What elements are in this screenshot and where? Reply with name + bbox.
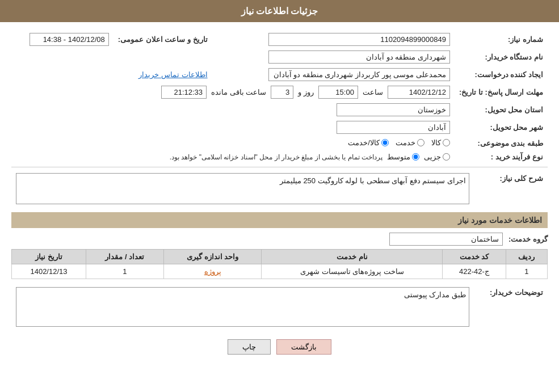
cell-count: 1 [86,264,163,279]
deadline-remaining: 21:12:33 [161,86,207,99]
cell-date: 1402/12/13 [12,264,86,279]
process-motevaset[interactable]: متوسط [387,153,419,161]
print-button[interactable]: چاپ [228,339,271,355]
buyer-notes-text: طبق مدارک پیوستی [404,290,466,299]
province-label: استان محل تحویل: [455,101,548,119]
announcement-label: تاریخ و ساعت اعلان عمومی: [114,31,212,48]
cell-radif: 1 [506,264,547,279]
need-number-value: 1102094899000849 [235,31,455,48]
page-title: جزئیات اطلاعات نیاز [241,6,318,16]
description-value: اجرای سیستم دفع آبهای سطحی با لوله کاروگ… [16,173,469,204]
cell-unit: پروژه [163,264,262,279]
col-radif: ردیف [506,250,547,264]
service-group-label: گروه خدمت: [508,235,548,243]
category-label: طبقه بندی موضوعی: [455,136,548,150]
buyer-org-label: نام دستگاه خریدار: [455,48,548,66]
service-group-value: ساختمان [389,233,503,246]
city-value: آبادان [11,119,455,136]
process-note: پرداخت تمام یا بخشی از مبلغ خریدار از مح… [170,153,383,161]
buyer-org-value: شهرداری منطقه دو آبادان [11,48,455,66]
category-kala-khedmat[interactable]: کالا/خدمت [348,138,389,147]
services-table: ردیف کد خدمت نام خدمت واحد اندازه گیری ت… [11,249,548,279]
buyer-notes-box[interactable]: طبق مدارک پیوستی [16,287,469,327]
process-label: نوع فرآیند خرید : [455,150,548,163]
unit-link[interactable]: پروژه [204,267,221,276]
deadline-day-label: روز و [298,88,314,96]
deadline-day: 3 [271,86,293,99]
table-row: 1ج-42-422ساخت پروژه‌های تاسیسات شهریپروژ… [12,264,548,279]
cell-code: ج-42-422 [443,264,506,279]
page-header: جزئیات اطلاعات نیاز [0,0,559,22]
col-name: نام خدمت [262,250,443,264]
city-label: شهر محل تحویل: [455,119,548,136]
col-date: تاریخ نیاز [12,250,86,264]
cell-name: ساخت پروژه‌های تاسیسات شهری [262,264,443,279]
button-group: بازگشت چاپ [11,339,548,365]
creator-value: محمدعلی موسی پور کاربرداز شهرداری منطقه … [212,66,455,83]
back-button[interactable]: بازگشت [276,339,331,355]
deadline-date: 1402/12/12 [388,86,450,99]
description-label: شرح کلی نیاز: [474,171,548,206]
deadline-time: 15:00 [318,86,358,99]
col-count: تعداد / مقدار [86,250,163,264]
process-jazii[interactable]: جزیی [424,153,450,161]
buyer-notes-label: توضیحات خریدار: [474,285,548,329]
services-section-title: اطلاعات خدمات مورد نیاز [11,212,548,228]
need-number-label: شماره نیاز: [455,31,548,48]
category-khedmat[interactable]: خدمت [396,138,424,147]
contact-link[interactable]: اطلاعات تماس خریدار [138,70,207,79]
deadline-remaining-label: ساعت باقی مانده [211,88,266,96]
category-kala[interactable]: کالا [431,138,450,147]
col-unit: واحد اندازه گیری [163,250,262,264]
col-code: کد خدمت [443,250,506,264]
announcement-value: 1402/12/08 - 14:38 [11,31,114,48]
deadline-time-label: ساعت [363,88,383,96]
creator-label: ایجاد کننده درخواست: [455,66,548,83]
deadline-label: مهلت ارسال پاسخ: تا تاریخ: [455,83,548,101]
province-value: خوزستان [11,101,455,119]
